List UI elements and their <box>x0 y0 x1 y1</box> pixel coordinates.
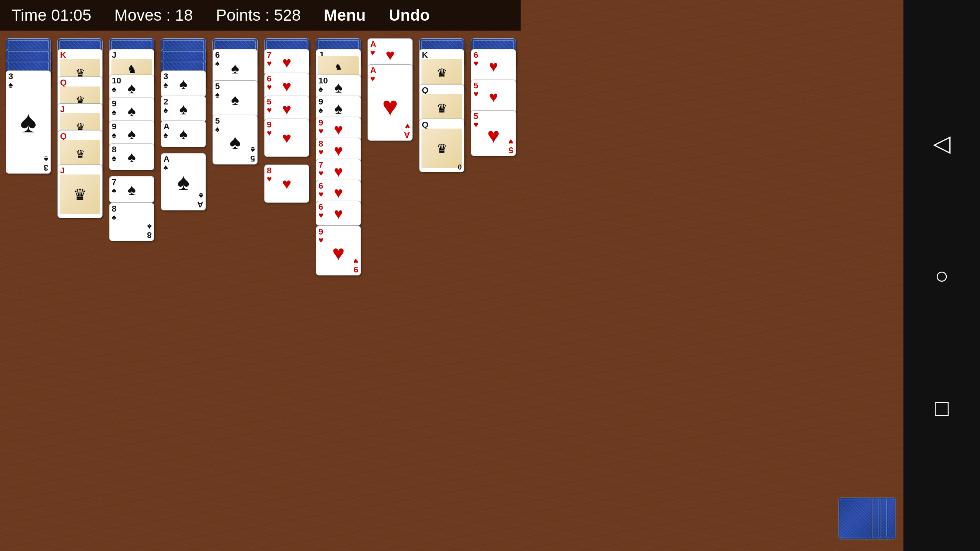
timer-display: Time 01:05 <box>11 6 91 24</box>
card-ace-hearts-2[interactable]: A♥ ♥ A♥ <box>368 64 413 141</box>
game-header: Time 01:05 Moves : 18 Points : 528 Menu … <box>0 0 521 31</box>
card-9-hearts[interactable]: 9♥ ♥ <box>264 119 309 157</box>
card-5-spades[interactable]: 5♠ ♠ <box>212 80 258 119</box>
stock-card-4 <box>838 497 873 540</box>
card-8-spades-2[interactable]: 8♠ 8♠ <box>109 203 154 241</box>
card-5-hearts-col10[interactable]: 5♥ ♥ <box>471 80 516 114</box>
recents-icon[interactable]: □ <box>935 395 949 421</box>
card-8-hearts[interactable]: 8♥ ♥ <box>264 165 309 203</box>
card-8-spades[interactable]: 8♠ ♠ <box>109 143 154 170</box>
card-3-spades-2[interactable]: 3♠ ♠ <box>161 70 206 97</box>
card-3-spades[interactable]: 3♠ ♠ 3♠ <box>6 70 51 174</box>
card-7-spades[interactable]: 7♠ ♠ <box>109 176 154 203</box>
card-6-hearts-col10[interactable]: 6♥ ♥ <box>471 49 516 83</box>
menu-button[interactable]: Menu <box>324 6 366 24</box>
card-ace-spades[interactable]: A♠ ♠ <box>161 121 206 147</box>
card-2-spades[interactable]: 2♠ ♠ <box>161 96 206 122</box>
back-icon[interactable]: ◁ <box>933 130 951 156</box>
card-5-spades-2[interactable]: 5♠ ♠ 5♠ <box>212 115 258 165</box>
game-area: 3♠ ♠ 3♠ K♥ ♛ Q♥ ♛ J♥ ♛ Q♥ ♛ J♥ ♛ <box>0 31 521 551</box>
moves-display: Moves : 18 <box>114 6 193 24</box>
stock-pile[interactable] <box>835 497 896 540</box>
home-icon[interactable]: ○ <box>935 262 949 289</box>
card-queen-spades-2[interactable]: Q♠ ♛ 0 <box>419 119 464 172</box>
card-6-hearts-col7-2[interactable]: 6♥ ♥ <box>316 201 361 226</box>
card-jack-hearts-2[interactable]: J♥ ♛ <box>57 165 103 218</box>
card-ace-spades-2[interactable]: A♠ ♠ A♠ <box>161 153 206 210</box>
card-5-hearts-col10-2[interactable]: 5♥ ♥ 5♥ <box>471 110 516 156</box>
card-7-hearts[interactable]: 7♥ ♥ <box>264 49 309 76</box>
points-display: Points : 528 <box>216 6 301 24</box>
card-9-hearts-col7-2[interactable]: 9♥ ♥ 9♥ <box>316 226 361 276</box>
undo-button[interactable]: Undo <box>389 6 430 24</box>
android-nav-bar: ◁ ○ □ <box>903 0 980 551</box>
